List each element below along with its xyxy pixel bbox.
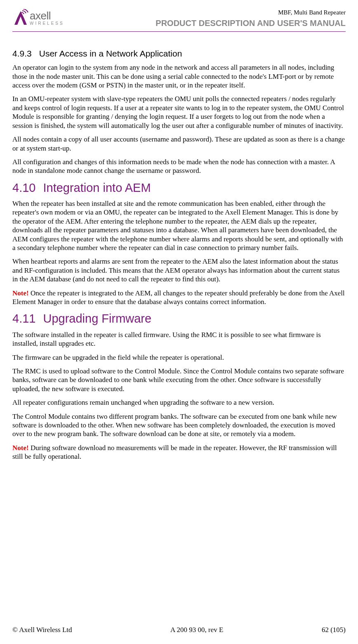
body-paragraph: When heartbeat reports and alarms are se… [12, 257, 346, 283]
page-header: axell WIRELESS MBF, Multi Band Repeater … [12, 9, 346, 28]
note-paragraph: Note! Once the repeater is integrated to… [12, 289, 346, 307]
logo-brand: axell [30, 10, 64, 21]
heading-410: 4.10Integration into AEM [12, 180, 346, 195]
heading-493: 4.9.3User Access in a Network Applicatio… [12, 48, 346, 59]
footer-docnum: A 200 93 00, rev E [170, 626, 223, 634]
page-content: 4.9.3User Access in a Network Applicatio… [12, 48, 346, 461]
body-paragraph: In an OMU-repeater system with slave-typ… [12, 94, 346, 130]
heading-text: Upgrading Firmware [43, 312, 151, 325]
heading-text: Integration into AEM [43, 181, 151, 194]
body-paragraph: The software installed in the repeater i… [12, 330, 346, 348]
note-text: Once the repeater is integrated to the A… [12, 289, 345, 306]
heading-text: User Access in a Network Application [39, 49, 182, 58]
footer-copyright: © Axell Wireless Ltd [12, 626, 72, 634]
body-paragraph: The Control Module contains two differen… [12, 412, 346, 439]
footer-page: 62 (105) [322, 626, 346, 634]
body-paragraph: All repeater configurations remain uncha… [12, 398, 346, 407]
logo-text: axell WIRELESS [30, 10, 64, 26]
body-paragraph: When the repeater has been installed at … [12, 199, 346, 252]
manual-title: PRODUCT DESCRIPTION AND USER'S MANUAL [155, 19, 346, 28]
note-label: Note! [12, 444, 29, 452]
body-paragraph: An operator can login to the system from… [12, 63, 346, 90]
product-name: MBF, Multi Band Repeater [155, 9, 346, 16]
note-paragraph: Note! During software download no measur… [12, 443, 346, 461]
note-text: During software download no measurements… [12, 444, 337, 460]
heading-num: 4.9.3 [12, 49, 32, 58]
heading-num: 4.11 [12, 312, 35, 325]
page-footer: © Axell Wireless Ltd A 200 93 00, rev E … [12, 626, 346, 634]
header-rule [12, 31, 346, 32]
logo-sub: WIRELESS [30, 21, 64, 26]
logo-icon [12, 9, 29, 26]
heading-num: 4.10 [12, 181, 35, 194]
header-right: MBF, Multi Band Repeater PRODUCT DESCRIP… [155, 9, 346, 28]
note-label: Note! [12, 289, 29, 297]
body-paragraph: All configuration and changes of this in… [12, 158, 346, 175]
logo: axell WIRELESS [12, 9, 64, 26]
heading-411: 4.11Upgrading Firmware [12, 311, 346, 326]
body-paragraph: The firmware can be upgraded in the fiel… [12, 353, 346, 362]
body-paragraph: The RMC is used to upload software to th… [12, 367, 346, 393]
body-paragraph: All nodes contain a copy of all user acc… [12, 135, 346, 153]
